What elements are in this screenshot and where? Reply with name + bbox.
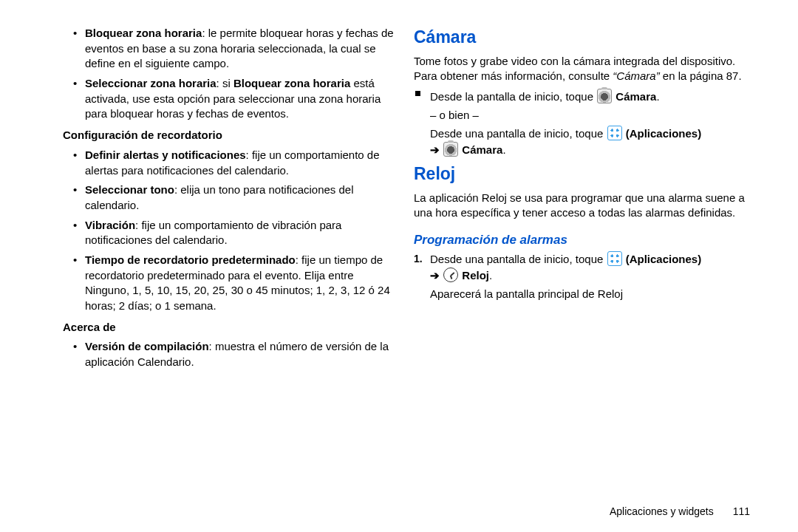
step-alt: Desde una pantalla de inicio, toque (Apl… <box>430 126 750 157</box>
app-label: Cámara <box>462 143 502 156</box>
footer-section: Aplicaciones y widgets <box>610 505 714 517</box>
paragraph: La aplicación Reloj se usa para programa… <box>414 191 750 221</box>
list-item: Versión de compilación: muestra el númer… <box>85 339 395 369</box>
subsection-heading: Configuración de recordatorio <box>63 128 395 143</box>
term-label: Seleccionar zona horaria <box>85 77 216 89</box>
or-divider: – o bien – <box>430 108 750 123</box>
term-label: Versión de compilación <box>85 340 209 352</box>
list-item: Tiempo de recordatorio predeterminado: f… <box>85 253 395 314</box>
square-bullet-icon <box>415 91 420 96</box>
numbered-step: 1. Desde una pantalla de inicio, toque (… <box>430 251 750 283</box>
term-label-inline: Bloquear zona horaria <box>233 77 350 89</box>
page-number: 111 <box>733 505 750 517</box>
cross-reference: “Cámara” <box>613 69 659 82</box>
step-number: 1. <box>414 252 423 266</box>
arrow-icon: ➔ <box>430 269 440 282</box>
step-item: Desde la pantalla de inicio, toque Cámar… <box>430 89 750 158</box>
left-column: Bloquear zona horaria: le permite bloque… <box>63 26 410 517</box>
app-label: Cámara <box>615 90 656 103</box>
list-item: Seleccionar tono: elija un tono para not… <box>85 183 395 213</box>
result-text: Aparecerá la pantalla principal de Reloj <box>430 287 750 302</box>
camera-icon <box>443 142 458 157</box>
app-label: (Aplicaciones) <box>626 127 702 140</box>
term-label: Vibración <box>85 219 135 231</box>
apps-icon <box>607 251 622 266</box>
list-item: Bloquear zona horaria: le permite bloque… <box>85 26 395 72</box>
text: : si <box>216 77 233 89</box>
term-label: Bloquear zona horaria <box>85 27 202 39</box>
page-footer: Aplicaciones y widgets 111 <box>610 505 750 517</box>
list-item: Seleccionar zona horaria: si Bloquear zo… <box>85 76 395 122</box>
clock-icon <box>443 267 458 282</box>
paragraph: Tome fotos y grabe video con la cámara i… <box>414 54 750 84</box>
section-heading-reloj: Reloj <box>414 163 750 186</box>
right-column: Cámara Tome fotos y grabe video con la c… <box>410 26 757 517</box>
subsection-heading-italic: Programación de alarmas <box>414 231 750 248</box>
list-item: Vibración: fije un comportamiento de vib… <box>85 218 395 248</box>
term-label: Definir alertas y notificaciones <box>85 149 246 161</box>
term-label: Seleccionar tono <box>85 183 174 196</box>
camera-icon <box>597 89 612 103</box>
subsection-heading: Acerca de <box>63 320 395 335</box>
app-label: Reloj <box>462 269 489 282</box>
list-item: Definir alertas y notificaciones: fije u… <box>85 148 395 178</box>
term-label: Tiempo de recordatorio predeterminado <box>85 253 296 266</box>
apps-icon <box>607 126 622 140</box>
app-label: (Aplicaciones) <box>626 253 702 265</box>
section-heading-camara: Cámara <box>414 26 750 50</box>
arrow-icon: ➔ <box>430 143 440 156</box>
